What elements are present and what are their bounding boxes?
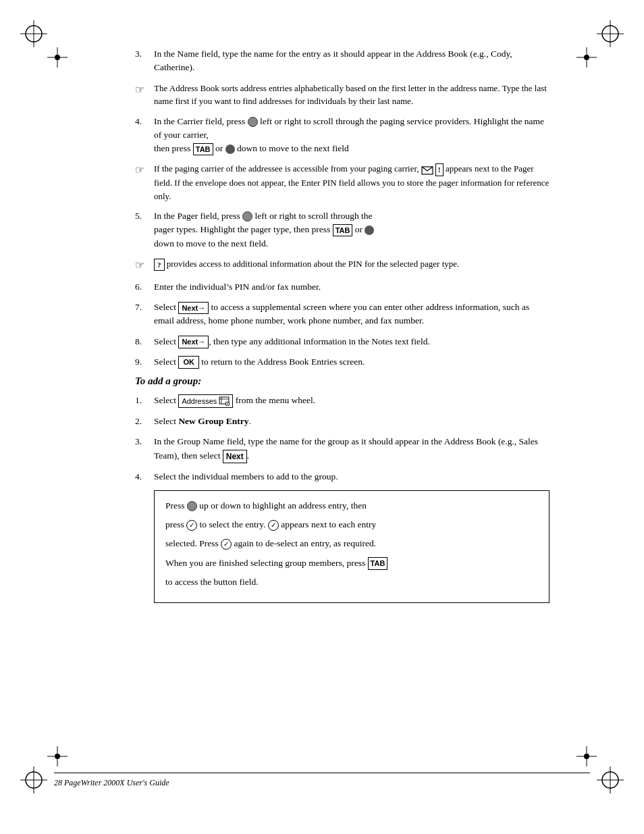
next-button-step8: Next→	[178, 336, 209, 348]
corner-mark-tl	[20, 20, 47, 47]
step-9-num: 9.	[135, 355, 154, 369]
main-content: 3. In the Name field, type the name for …	[135, 47, 549, 603]
svg-point-23	[584, 754, 589, 759]
footer-page-number: 28 PageWriter 2000X User's Guide	[54, 778, 169, 788]
jog-wheel-step4b	[225, 145, 235, 154]
corner-mark2-tr	[576, 47, 597, 68]
addresses-icon	[219, 396, 230, 406]
step-6: 6. Enter the individual’s PIN and/or fax…	[135, 280, 549, 294]
footer: 28 PageWriter 2000X User's Guide	[54, 778, 590, 788]
note-2: ☞ If the paging carrier of the addressee…	[135, 162, 549, 203]
group-step-1: 1. Select Addresses	[135, 394, 549, 408]
svg-point-17	[584, 55, 589, 60]
group-step-3-num: 3.	[135, 435, 154, 463]
step-4-num: 4.	[135, 115, 154, 156]
group-step-2-num: 2.	[135, 415, 154, 428]
boxed-instruction: Press up or down to highlight an address…	[154, 490, 549, 603]
group-step-1-text: Select Addresses from the	[154, 394, 549, 408]
note-1: ☞ The Address Book sorts address entries…	[135, 82, 549, 108]
group-step-4-text: Select the individual members to add to …	[154, 470, 549, 484]
note-symbol-2: ☞	[135, 162, 154, 203]
step-5-num: 5.	[135, 209, 154, 251]
check-mark-inline: ✓	[268, 520, 279, 531]
group-step-1-num: 1.	[135, 394, 154, 408]
note-3: ☞ ? provides access to additional inform…	[135, 257, 549, 273]
step-9: 9. Select OK to return to the Address Bo…	[135, 355, 549, 369]
page: 3. In the Name field, type the name for …	[0, 0, 644, 834]
tab-button-step4: TAB	[193, 143, 213, 156]
step-4: 4. In the Carrier field, press left or r…	[135, 115, 549, 156]
envelope-icon	[421, 163, 433, 177]
group-step-4-num: 4.	[135, 470, 154, 484]
next-button-step7: Next→	[178, 302, 209, 315]
svg-point-14	[55, 55, 60, 60]
jog-wheel-step5b	[365, 226, 374, 235]
step-4-text: In the Carrier field, press left or righ…	[154, 115, 549, 156]
footer-line	[54, 773, 590, 773]
step-9-text: Select OK to return to the Address Book …	[154, 355, 549, 369]
ok-button-step9: OK	[178, 356, 199, 369]
step-5-text: In the Pager field, press left or right …	[154, 209, 549, 251]
group-step-2-text: Select New Group Entry.	[154, 415, 549, 428]
step-7: 7. Select Next→ to access a supplemental…	[135, 301, 549, 328]
addresses-button: Addresses	[178, 394, 233, 409]
check-circle-2: ✓	[221, 539, 232, 550]
step-7-num: 7.	[135, 301, 154, 328]
jog-wheel-box1	[187, 501, 197, 511]
note-2-text: If the paging carrier of the addressee i…	[154, 162, 549, 203]
jog-wheel-step4	[248, 117, 258, 127]
group-step-3: 3. In the Group Name field, type the nam…	[135, 435, 549, 463]
addresses-label: Addresses	[182, 396, 217, 407]
tab-button-step5: TAB	[333, 224, 353, 237]
corner-mark-br	[597, 766, 624, 793]
next-button-group-step3: Next	[223, 450, 247, 463]
step-3: 3. In the Name field, type the name for …	[135, 47, 549, 75]
boxed-text-line4: When you are finished selecting group me…	[165, 556, 538, 570]
corner-mark-bl	[20, 766, 47, 793]
step-3-text: In the Name field, type the name for the…	[154, 47, 549, 75]
step-7-text: Select Next→ to access a supplemental sc…	[154, 301, 549, 328]
section-heading-add-group: To add a group:	[135, 375, 549, 387]
group-step-3-text: In the Group Name field, type the name f…	[154, 435, 549, 463]
step-6-text: Enter the individual’s PIN and/or fax nu…	[154, 280, 549, 294]
tab-button-boxed: TAB	[368, 557, 388, 570]
jog-wheel-step5	[242, 211, 252, 221]
corner-mark-tr	[597, 20, 624, 47]
question-box: ?	[154, 259, 165, 271]
corner-mark2-tl	[47, 47, 68, 68]
boxed-text-line1: Press up or down to highlight an address…	[165, 499, 538, 513]
step-3-num: 3.	[135, 47, 154, 75]
note-3-text: ? provides access to additional informat…	[154, 257, 549, 273]
boxed-text-line2: press ✓ to select the entry. ✓ appears n…	[165, 518, 538, 531]
note-symbol-3: ☞	[135, 257, 154, 273]
group-step-2: 2. Select New Group Entry.	[135, 415, 549, 428]
note-1-text: The Address Book sorts address entries a…	[154, 82, 549, 108]
boxed-text-line3: selected. Press ✓ again to de-select an …	[165, 537, 538, 550]
step-8: 8. Select Next→, then type any additiona…	[135, 335, 549, 348]
step-5: 5. In the Pager field, press left or rig…	[135, 209, 549, 251]
svg-point-20	[55, 754, 60, 759]
step-8-num: 8.	[135, 335, 154, 348]
step-6-num: 6.	[135, 280, 154, 294]
step-8-text: Select Next→, then type any additional i…	[154, 335, 549, 348]
boxed-text-line5: to access the button field.	[165, 575, 538, 589]
note-symbol-1: ☞	[135, 82, 154, 108]
corner-mark2-br	[576, 746, 597, 766]
corner-mark2-bl	[47, 746, 68, 766]
check-circle-1: ✓	[186, 520, 197, 531]
group-step-4: 4. Select the individual members to add …	[135, 470, 549, 484]
